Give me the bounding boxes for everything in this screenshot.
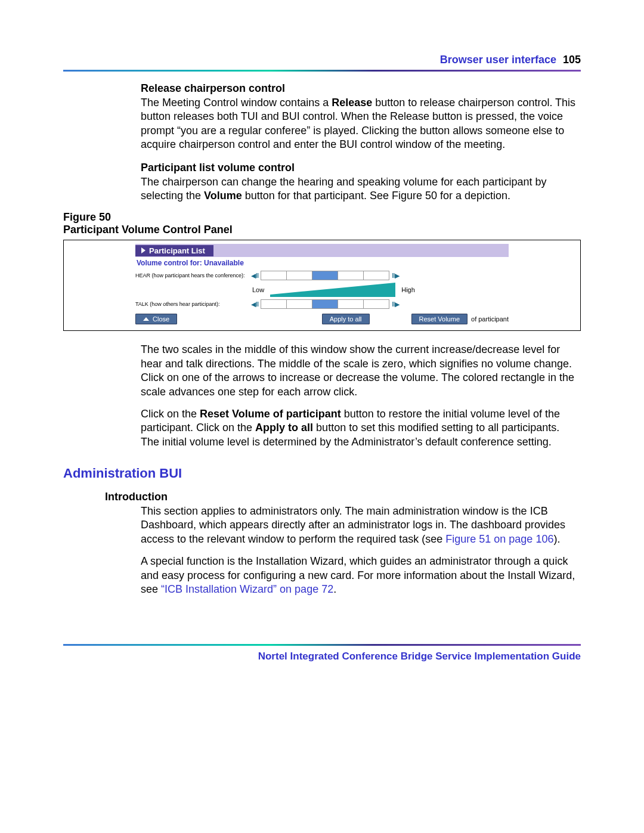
- panel-title-tab: Participant List: [135, 245, 213, 256]
- admin-bui-heading: Administration BUI: [63, 466, 581, 481]
- admin-para-2: A special function is the Installation W…: [141, 555, 581, 596]
- talk-label: TALK (how others hear participant):: [135, 301, 249, 307]
- figure-51-link[interactable]: Figure 51 on page 106: [445, 533, 553, 545]
- running-header: Browser user interface 105: [63, 54, 581, 66]
- high-label: High: [398, 286, 419, 293]
- header-rule: [63, 70, 581, 72]
- low-label: Low: [249, 286, 268, 293]
- volume-wedge-icon: [270, 283, 395, 297]
- talk-scale[interactable]: [261, 299, 389, 309]
- volume-control-for: Volume control for: Unavailable: [135, 257, 509, 268]
- talk-slider-row: TALK (how others hear participant): ◀Ⅱ Ⅱ…: [135, 299, 509, 309]
- intro-heading: Introduction: [105, 491, 581, 503]
- talk-decrease-icon[interactable]: ◀Ⅱ: [249, 300, 261, 308]
- triangle-icon: [141, 247, 145, 253]
- post-figure-para-1: The two scales in the middle of this win…: [141, 343, 581, 399]
- page-number: 105: [559, 54, 581, 66]
- release-paragraph: The Meeting Control window contains a Re…: [141, 96, 581, 152]
- footer-text: Nortel Integrated Conference Bridge Serv…: [63, 651, 581, 662]
- volume-heading: Participant list volume control: [141, 162, 581, 174]
- figure-label: Figure 50 Participant Volume Control Pan…: [63, 211, 581, 236]
- hear-label: HEAR (how participant hears the conferen…: [135, 272, 249, 278]
- hear-decrease-icon[interactable]: ◀Ⅱ: [249, 271, 261, 280]
- of-participant-text: of participant: [471, 315, 509, 323]
- svg-marker-0: [270, 283, 395, 297]
- admin-para-1: This section applies to administrators o…: [141, 504, 581, 546]
- hear-scale[interactable]: [261, 271, 389, 280]
- footer-rule: [63, 644, 581, 646]
- release-heading: Release chairperson control: [141, 82, 581, 95]
- panel-button-row: Close Apply to all Reset Volume of parti…: [135, 314, 509, 324]
- up-triangle-icon: [143, 317, 149, 321]
- post-figure-para-2: Click on the Reset Volume of participant…: [141, 407, 581, 449]
- figure-50-panel: Participant List Volume control for: Una…: [63, 240, 581, 331]
- header-section: Browser user interface: [440, 54, 556, 66]
- icb-wizard-link[interactable]: “ICB Installation Wizard” on page 72: [161, 583, 333, 595]
- hear-increase-icon[interactable]: Ⅱ▶: [389, 271, 401, 280]
- panel-titlebar: Participant List: [135, 244, 509, 257]
- apply-to-all-button[interactable]: Apply to all: [322, 314, 370, 324]
- reset-volume-button[interactable]: Reset Volume: [411, 314, 467, 324]
- wedge-row: Low High: [135, 283, 509, 297]
- volume-paragraph: The chairperson can change the hearing a…: [141, 175, 581, 203]
- hear-slider-row: HEAR (how participant hears the conferen…: [135, 271, 509, 280]
- close-button[interactable]: Close: [135, 314, 177, 324]
- talk-increase-icon[interactable]: Ⅱ▶: [389, 300, 401, 308]
